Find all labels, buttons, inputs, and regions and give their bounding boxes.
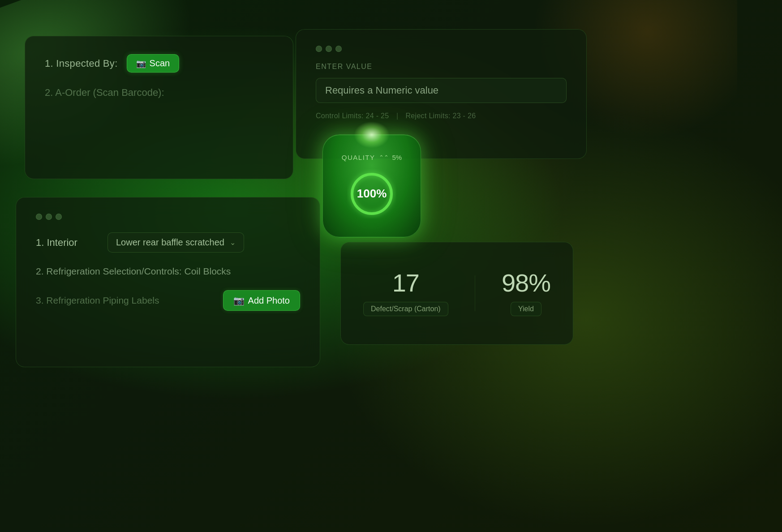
window-dot-1 bbox=[316, 46, 322, 52]
yield-value: 98% bbox=[502, 270, 550, 296]
limits-divider: | bbox=[396, 112, 398, 120]
inspection-row-2: 2. A-Order (Scan Barcode): bbox=[45, 87, 273, 99]
chevron-down-icon: ⌄ bbox=[230, 238, 236, 247]
value-input[interactable]: Requires a Numeric value bbox=[316, 78, 567, 103]
quality-circle-progress: 100% bbox=[347, 169, 396, 219]
camera-icon: 📷 bbox=[136, 59, 146, 69]
interior-dot-1 bbox=[36, 214, 42, 220]
interior-window-controls bbox=[36, 214, 300, 220]
window-controls bbox=[316, 46, 567, 52]
window-dot-3 bbox=[335, 46, 342, 52]
quality-label-row: QUALITY ⌃⌃ 5% bbox=[342, 154, 402, 161]
inspected-by-label: 1. Inspected By: bbox=[45, 58, 118, 69]
scan-button-label: Scan bbox=[150, 58, 170, 69]
defect-count-label: Defect/Scrap (Carton) bbox=[363, 302, 448, 316]
defect-count-value: 17 bbox=[392, 270, 419, 296]
quality-trend-value: 5% bbox=[392, 154, 402, 161]
add-photo-button[interactable]: 📷 Add Photo bbox=[223, 290, 300, 311]
interior-dot-2 bbox=[46, 214, 52, 220]
enter-value-label: ENTER VALUE bbox=[316, 63, 567, 71]
interior-dropdown-value: Lower rear baffle scratched bbox=[116, 237, 224, 248]
interior-row-2: 2. Refrigeration Selection/Controls: Coi… bbox=[36, 266, 300, 277]
quality-value: 100% bbox=[347, 169, 396, 219]
window-dot-2 bbox=[326, 46, 332, 52]
yield-stat-group: 98% Yield bbox=[502, 270, 550, 316]
add-photo-camera-icon: 📷 bbox=[233, 295, 245, 306]
quality-label: QUALITY bbox=[342, 154, 375, 161]
limits-row: Control Limits: 24 - 25 | Reject Limits:… bbox=[316, 112, 567, 120]
scan-button[interactable]: 📷 Scan bbox=[127, 54, 180, 73]
trend-up-icon: ⌃⌃ bbox=[379, 154, 389, 161]
stats-divider bbox=[475, 275, 475, 311]
defect-stat-group: 17 Defect/Scrap (Carton) bbox=[363, 270, 448, 316]
value-input-placeholder: Requires a Numeric value bbox=[325, 85, 438, 96]
a-order-label: 2. A-Order (Scan Barcode): bbox=[45, 87, 164, 98]
interior-panel: 1. Interior Lower rear baffle scratched … bbox=[16, 197, 320, 367]
add-photo-label: Add Photo bbox=[248, 296, 290, 306]
interior-dropdown[interactable]: Lower rear baffle scratched ⌄ bbox=[107, 232, 244, 253]
interior-row-1: 1. Interior Lower rear baffle scratched … bbox=[36, 232, 300, 253]
interior-row-3: 3. Refrigeration Piping Labels 📷 Add Pho… bbox=[36, 290, 300, 311]
interior-row1-label: 1. Interior bbox=[36, 237, 107, 249]
refrigeration-selection-label: 2. Refrigeration Selection/Controls: Coi… bbox=[36, 266, 231, 277]
inspection-panel: 1. Inspected By: 📷 Scan 2. A-Order (Scan… bbox=[25, 36, 293, 179]
reject-limits-text: Reject Limits: 23 - 26 bbox=[405, 112, 476, 120]
inspection-row-1: 1. Inspected By: 📷 Scan bbox=[45, 54, 273, 73]
stats-panel: 17 Defect/Scrap (Carton) 98% Yield bbox=[340, 242, 573, 345]
control-limits-text: Control Limits: 24 - 25 bbox=[316, 112, 389, 120]
quality-widget[interactable]: QUALITY ⌃⌃ 5% 100% bbox=[322, 134, 421, 237]
refrigeration-piping-label: 3. Refrigeration Piping Labels bbox=[36, 295, 159, 306]
interior-dot-3 bbox=[56, 214, 62, 220]
yield-label: Yield bbox=[511, 302, 541, 316]
